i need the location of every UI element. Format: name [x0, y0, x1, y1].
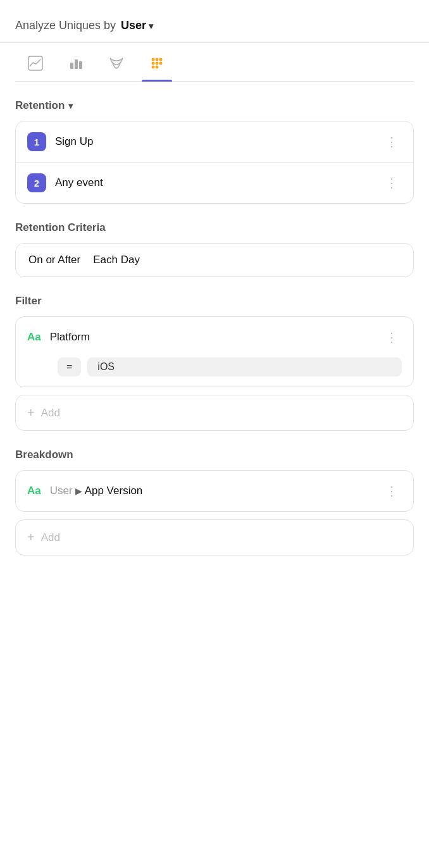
tab-bar-chart[interactable]	[56, 46, 96, 81]
criteria-title-text: Retention Criteria	[15, 221, 106, 234]
filter-platform-label: Platform	[50, 331, 382, 344]
event-label-any: Any event	[55, 177, 382, 189]
breakdown-row: Aa User ▶ App Version ⋮	[16, 471, 413, 511]
tab-bar	[15, 46, 414, 82]
svg-point-15	[156, 66, 159, 69]
retention-section: Retention ▾ 1 Sign Up ⋮ 2 Any event ⋮	[15, 99, 414, 204]
user-label: User	[121, 19, 146, 32]
filter-section: Filter Aa Platform ⋮ = iOS + Add	[15, 295, 414, 431]
retention-criteria-section: Retention Criteria On or After Each Day	[15, 221, 414, 277]
svg-point-14	[152, 66, 155, 69]
breakdown-section: Breakdown Aa User ▶ App Version ⋮ + Add	[15, 449, 414, 555]
svg-point-10	[159, 58, 163, 61]
svg-rect-1	[70, 63, 73, 69]
breakdown-value-label: App Version	[85, 485, 143, 497]
filter-add-row[interactable]: + Add	[15, 395, 414, 431]
filter-section-title: Filter	[15, 295, 414, 307]
breakdown-add-label: Add	[41, 531, 60, 544]
filter-value-ios[interactable]: iOS	[87, 357, 402, 376]
event-more-icon[interactable]: ⋮	[382, 132, 402, 152]
breakdown-path: User ▶ App Version	[50, 485, 382, 497]
retention-chevron-icon: ▾	[68, 101, 73, 111]
svg-rect-2	[75, 59, 78, 69]
breakdown-title-text: Breakdown	[15, 449, 73, 461]
retention-title-text: Retention	[15, 99, 65, 112]
retention-events-card: 1 Sign Up ⋮ 2 Any event ⋮	[15, 121, 414, 204]
filter-title-text: Filter	[15, 295, 42, 307]
breakdown-more-icon[interactable]: ⋮	[382, 481, 402, 501]
user-dropdown[interactable]: User ▾	[121, 19, 153, 32]
breakdown-card: Aa User ▶ App Version ⋮	[15, 470, 414, 512]
breakdown-user-label: User	[50, 485, 73, 497]
svg-point-9	[156, 58, 159, 61]
svg-point-13	[159, 62, 163, 65]
svg-point-11	[152, 62, 155, 65]
event-more-icon-2[interactable]: ⋮	[382, 173, 402, 193]
filter-aa-icon: Aa	[27, 331, 41, 344]
criteria-on-or-after[interactable]: On or After	[28, 254, 80, 266]
flow-chart-icon	[108, 54, 125, 72]
criteria-each-day[interactable]: Each Day	[93, 254, 140, 266]
header-divider	[0, 42, 429, 43]
tab-line-chart[interactable]	[15, 46, 56, 81]
svg-point-12	[156, 62, 159, 65]
table-row: 1 Sign Up ⋮	[16, 121, 413, 162]
filter-condition-row: = iOS	[16, 355, 413, 387]
bar-chart-icon	[67, 54, 85, 72]
filter-card: Aa Platform ⋮ = iOS	[15, 316, 414, 387]
step-badge-2: 2	[27, 173, 46, 192]
breakdown-add-plus-icon: +	[27, 530, 35, 545]
event-label-signup: Sign Up	[55, 135, 382, 148]
svg-point-8	[152, 58, 155, 61]
header: Analyze Uniques by User ▾	[15, 13, 414, 42]
user-chevron-icon: ▾	[149, 21, 153, 31]
line-chart-icon	[27, 54, 44, 72]
filter-operator[interactable]: =	[58, 357, 81, 376]
criteria-section-title: Retention Criteria	[15, 221, 414, 234]
criteria-card: On or After Each Day	[15, 243, 414, 277]
table-row: 2 Any event ⋮	[16, 162, 413, 203]
breakdown-arrow-icon: ▶	[75, 486, 82, 496]
retention-section-title[interactable]: Retention ▾	[15, 99, 414, 112]
breakdown-section-title: Breakdown	[15, 449, 414, 461]
filter-add-plus-icon: +	[27, 406, 35, 420]
filter-more-icon[interactable]: ⋮	[382, 327, 402, 347]
step-badge-1: 1	[27, 132, 46, 151]
breakdown-add-row[interactable]: + Add	[15, 519, 414, 555]
breakdown-aa-icon: Aa	[27, 485, 41, 497]
tab-flow-chart[interactable]	[96, 46, 137, 81]
tab-dot-grid[interactable]	[137, 46, 177, 81]
analyze-label: Analyze Uniques by	[15, 19, 116, 32]
svg-rect-3	[79, 61, 82, 69]
filter-add-label: Add	[41, 407, 60, 419]
dot-grid-icon	[148, 54, 166, 72]
filter-header-row: Aa Platform ⋮	[16, 317, 413, 355]
